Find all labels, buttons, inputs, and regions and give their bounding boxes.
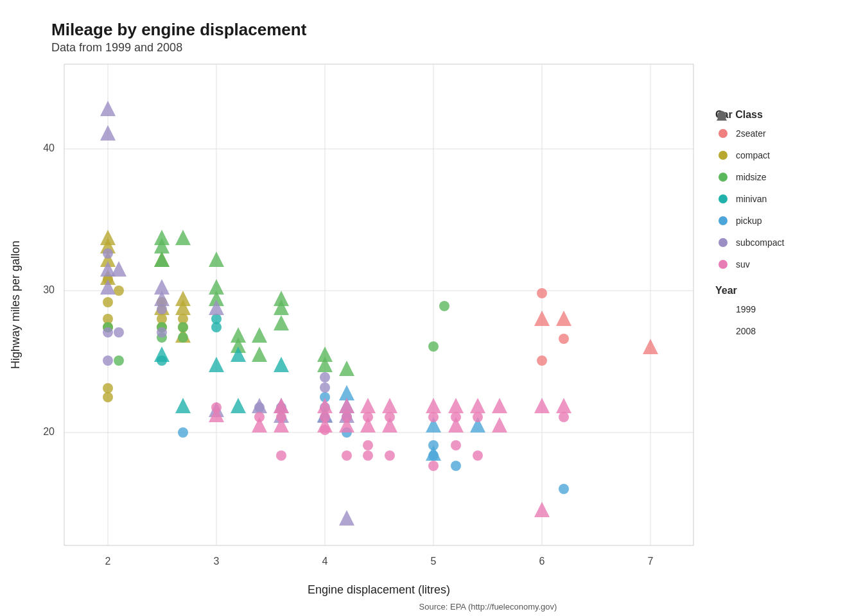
legend-symbol-midsize [715,169,731,185]
svg-point-132 [363,440,373,450]
svg-point-56 [428,341,439,352]
legend-label-suv: suv [736,259,750,270]
y-axis-title: Highway miles per gallon [9,241,22,369]
svg-point-141 [473,450,483,461]
legend-item-suv: suv [715,257,844,272]
svg-marker-166 [717,110,727,121]
svg-text:4: 4 [322,556,328,567]
svg-point-134 [363,450,373,461]
svg-point-35 [103,392,113,402]
legend-item-minivan: minivan [715,191,844,207]
svg-point-55 [178,322,188,332]
svg-point-57 [439,301,449,311]
svg-point-54 [178,332,188,343]
legend-symbol-2008 [715,323,731,339]
legend-symbol-compact [715,148,731,163]
legend-item-subcompact: subcompact [715,235,844,250]
svg-point-99 [103,355,113,366]
legend-symbol-1999 [715,302,731,317]
svg-point-140 [451,440,461,450]
svg-point-98 [103,327,113,338]
svg-point-108 [320,372,330,382]
svg-point-102 [157,327,167,338]
chart-container: Mileage by engine displacement Data from… [0,0,863,616]
svg-point-84 [178,427,188,438]
svg-point-100 [103,248,113,259]
svg-text:20: 20 [43,426,55,437]
svg-point-24 [537,355,547,366]
svg-point-131 [342,450,352,461]
source-text: Source: EPA (http://fueleconomy.gov) [419,602,557,612]
legend-item-compact: compact [715,148,844,163]
svg-point-143 [559,412,569,422]
svg-text:2: 2 [105,556,111,567]
svg-text:7: 7 [648,556,654,567]
legend-symbol-2seater [715,126,731,141]
legend-symbol-pickup [715,213,731,228]
year-legend-title: Year [715,285,844,296]
svg-point-138 [428,461,439,471]
legend-symbol-subcompact [715,235,731,250]
legend-symbol-suv [715,257,731,272]
svg-point-32 [103,297,113,307]
legend: Car Class 2seater compact midsize [715,109,844,345]
svg-point-101 [114,327,124,338]
legend-label-subcompact: subcompact [736,237,784,248]
svg-point-107 [320,382,330,393]
chart-subtitle: Data from 1999 and 2008 [51,41,182,54]
svg-text:30: 30 [43,284,55,295]
car-class-legend-title: Car Class [715,109,844,121]
legend-label-pickup: pickup [736,216,762,226]
x-axis-title: Engine displacement (litres) [308,583,450,596]
svg-point-91 [559,484,569,494]
legend-item-pickup: pickup [715,213,844,228]
legend-item-2seater: 2seater [715,126,844,141]
legend-label-1999: 1999 [736,304,756,314]
chart-title: Mileage by engine displacement [51,20,307,39]
svg-text:40: 40 [43,142,55,153]
svg-point-127 [276,450,286,461]
legend-item-midsize: midsize [715,169,844,185]
legend-label-compact: compact [736,150,770,160]
svg-point-142 [473,412,483,422]
svg-point-50 [114,355,124,366]
svg-text:3: 3 [214,556,220,567]
svg-point-25 [559,334,569,344]
svg-point-136 [385,450,395,461]
svg-point-90 [451,461,461,471]
svg-point-29 [103,383,113,393]
legend-item-1999: 1999 [715,302,844,317]
legend-item-2008: 2008 [715,323,844,339]
svg-text:6: 6 [539,556,545,567]
legend-symbol-minivan [715,191,731,207]
legend-label-2seater: 2seater [736,128,766,139]
legend-label-midsize: midsize [736,172,766,182]
svg-point-77 [211,314,222,324]
legend-label-2008: 2008 [736,326,756,336]
svg-point-23 [537,288,547,298]
svg-point-137 [428,412,439,422]
svg-text:5: 5 [431,556,437,567]
legend-label-minivan: minivan [736,194,767,204]
